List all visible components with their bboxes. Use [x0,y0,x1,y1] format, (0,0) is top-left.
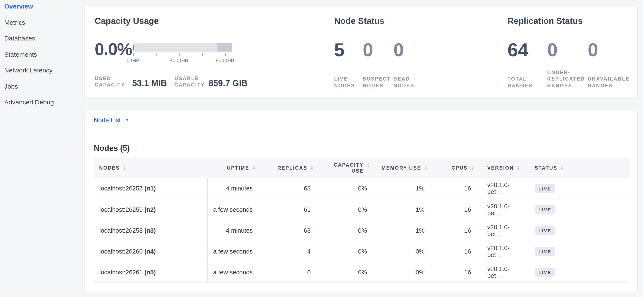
used-capacity-value: 53.1 MiB [132,79,167,88]
sidebar: Overview Metrics Databases Statements Ne… [0,0,84,110]
replicas-cell: 63 [259,178,317,199]
live-nodes-label: LIVE NODES [334,76,363,89]
column-header-capacity-use[interactable]: CAPACITY USE▲▼ [317,158,373,178]
column-header-memory-use[interactable]: MEMORY USE▲▼ [373,158,430,178]
replication-status-labels: TOTAL RANGES UNDER-REPLICATED RANGES UNA… [508,69,627,89]
memory-use-cell: 1% [373,220,430,241]
suspect-nodes-count: 0 [363,39,373,60]
sort-icon: ▲▼ [560,165,564,171]
node-address-cell: localhost:26257(n1) [94,178,208,199]
column-header-version[interactable]: VERSION▲▼ [477,158,530,178]
column-header-nodes[interactable]: NODES▲▼ [94,158,208,178]
status-cell: LIVE [530,178,630,199]
table-row-node-4[interactable]: localhost:26260(n4) a few seconds 4 0% 0… [94,241,630,262]
node-list-card: Node List ▼ Nodes (5) NODES▲▼ UPTIME▲▼ R… [84,109,638,292]
status-badge: LIVE [534,226,555,235]
table-row-node-3[interactable]: localhost:26258(n3) 4 minutes 63 0% 1% 1… [94,220,630,241]
nodes-table: NODES▲▼ UPTIME▲▼ REPLICAS▲▼ CAPACITY USE… [94,158,630,283]
sort-icon: ▲▼ [310,165,314,171]
sidebar-item-advanced-debug[interactable]: Advanced Debug [4,94,84,110]
capacity-use-cell: 0% [317,220,373,241]
table-row-node-2[interactable]: localhost:26259(n2) a few seconds 61 0% … [94,199,630,220]
sidebar-item-databases[interactable]: Databases [4,30,84,46]
under-replicated-ranges-label: UNDER-REPLICATED RANGES [547,69,588,89]
node-id: (n5) [144,269,156,276]
node-status-numbers: 5 0 0 [334,40,422,59]
cpus-cell: 16 [430,241,477,262]
sidebar-item-statements[interactable]: Statements [4,46,84,62]
capacity-usage-title: Capacity Usage [95,16,159,26]
capacity-gauge-ticks [133,53,232,57]
column-header-status[interactable]: STATUS▲▼ [530,158,630,178]
version-cell: v20.1.0-bet… [477,262,530,283]
used-capacity-label: USED CAPACITY [95,75,128,88]
uptime-cell: a few seconds [208,199,259,220]
node-list-dropdown[interactable]: Node List ▼ [85,110,637,130]
cluster-summary-card: Capacity Usage 0.0% 0 GiB 400 GiB 800 Gi… [84,6,638,99]
sidebar-item-overview[interactable]: Overview [4,0,84,14]
status-badge: LIVE [534,184,555,193]
sort-icon: ▲▼ [123,165,127,171]
dead-nodes-count: 0 [394,39,404,60]
table-row-node-5[interactable]: localhost:26261(n5) a few seconds 0 0% 0… [94,262,630,283]
uptime-cell: a few seconds [208,262,259,283]
node-status-title: Node Status [334,16,384,26]
memory-use-cell: 0% [373,262,430,283]
gauge-tick-label: 0 GiB [127,57,140,63]
table-row-node-1[interactable]: localhost:26257(n1) 4 minutes 63 0% 1% 1… [94,178,630,199]
replicas-cell: 0 [259,262,317,283]
node-id: (n4) [144,248,156,255]
nodes-table-title: Nodes (5) [94,143,637,153]
status-badge: LIVE [534,268,555,277]
replication-status-numbers: 64 0 0 [508,40,627,59]
sidebar-item-label: Databases [4,35,35,42]
sidebar-item-label: Metrics [4,19,25,26]
column-header-replicas[interactable]: REPLICAS▲▼ [259,158,317,178]
uptime-cell: 4 minutes [208,178,259,199]
page-scrollbar[interactable] [641,0,644,297]
status-cell: LIVE [530,199,630,220]
version-cell: v20.1.0-bet… [477,178,530,199]
cpus-cell: 16 [430,178,477,199]
node-status-labels: LIVE NODES SUSPECT NODES DEAD NODES [334,69,422,89]
gauge-tick-label: 400 GiB [170,57,188,63]
sidebar-item-metrics[interactable]: Metrics [4,14,84,30]
status-cell: LIVE [530,262,630,283]
node-id: (n2) [144,206,156,213]
sidebar-item-label: Network Latency [4,67,52,74]
capacity-gauge-used-marker [133,45,134,50]
column-header-cpus[interactable]: CPUS▲▼ [430,158,477,178]
sort-icon: ▲▼ [366,162,370,168]
replicas-cell: 4 [259,241,317,262]
sort-icon: ▲▼ [424,165,428,171]
usable-capacity-label: USABLE CAPACITY [174,75,204,88]
capacity-gauge-labels: 0 GiB 400 GiB 800 GiB [133,57,232,64]
capacity-use-cell: 0% [317,199,373,220]
total-ranges-label: TOTAL RANGES [508,76,547,89]
sidebar-item-label: Jobs [4,83,18,90]
sidebar-item-network-latency[interactable]: Network Latency [4,62,84,78]
sort-icon: ▲▼ [252,165,256,171]
node-id: (n1) [144,185,156,192]
capacity-gauge-reserved-segment [217,43,232,51]
status-badge: LIVE [534,247,555,256]
under-replicated-ranges-count: 0 [547,39,558,60]
capacity-gauge: 0 GiB 400 GiB 800 GiB [133,43,232,64]
uptime-cell: a few seconds [208,241,259,262]
memory-use-cell: 1% [373,178,430,199]
cpus-cell: 16 [430,199,477,220]
replicas-cell: 61 [259,199,317,220]
sidebar-item-jobs[interactable]: Jobs [4,78,84,94]
dead-nodes-label: DEAD NODES [394,76,422,89]
capacity-use-cell: 0% [317,262,373,283]
capacity-use-cell: 0% [317,178,373,199]
node-address-cell: localhost:26261(n5) [94,262,208,283]
unavailable-ranges-label: UNAVAILABLE RANGES [588,76,627,89]
memory-use-cell: 1% [373,199,430,220]
column-header-uptime[interactable]: UPTIME▲▼ [208,158,259,178]
gauge-tick-label: 800 GiB [216,57,234,63]
capacity-stats: USED CAPACITY 53.1 MiB USABLE CAPACITY 8… [95,75,248,88]
capacity-usage-section: Capacity Usage 0.0% 0 GiB 400 GiB 800 Gi… [95,16,159,26]
capacity-used-percent: 0.0% [95,40,132,57]
sidebar-item-label: Advanced Debug [4,99,54,106]
